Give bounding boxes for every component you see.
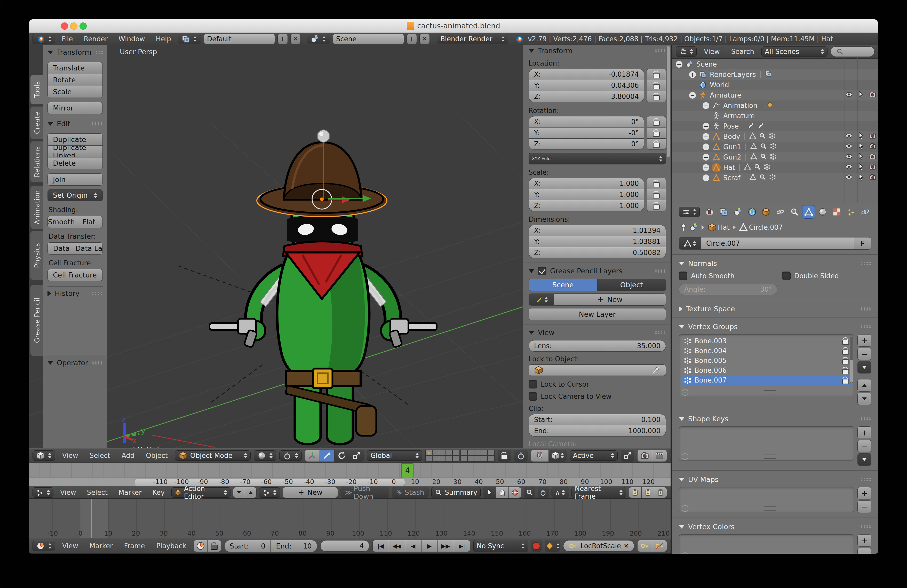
lock-rotation-x-button[interactable]: [647, 116, 666, 128]
mirror-button[interactable]: Mirror: [48, 102, 103, 114]
tab-render[interactable]: [703, 205, 716, 219]
vcol-remove-button[interactable]: −: [857, 548, 872, 554]
jump-to-start-button[interactable]: |◀: [372, 540, 389, 552]
outliner-row[interactable]: +Pose: [672, 121, 878, 131]
outliner-row[interactable]: +Hat: [672, 162, 878, 173]
outliner-menu-view[interactable]: View: [700, 48, 724, 56]
panel-grip-icon[interactable]: [91, 361, 103, 365]
zoom-window-button[interactable]: [80, 22, 87, 30]
tool-tab-physics[interactable]: Physics: [30, 231, 43, 280]
lock-scale-x-button[interactable]: [647, 178, 666, 189]
outliner-item-label[interactable]: Armature: [710, 91, 741, 99]
operator-panel-header[interactable]: Operator: [48, 359, 103, 367]
gp-scene-tab[interactable]: Scene: [529, 279, 598, 291]
insert-keyframe-button[interactable]: [637, 540, 652, 552]
shapekey-specials-menu[interactable]: [857, 453, 872, 466]
datablock-name-field[interactable]: Circle.007: [701, 237, 854, 250]
outliner-row[interactable]: +RenderLayers: [672, 69, 878, 80]
outliner-filter-select[interactable]: All Scenes: [761, 46, 827, 57]
outliner-row[interactable]: Armature: [672, 111, 878, 121]
vgroup-add-button[interactable]: +: [857, 334, 872, 347]
panel-grip-icon[interactable]: [95, 51, 103, 54]
frame-start-field[interactable]: Start:0: [224, 540, 271, 552]
close-window-button[interactable]: [61, 22, 68, 30]
panel-vertex-groups-header[interactable]: Vertex Groups: [679, 323, 872, 331]
clip-start-field[interactable]: Start:0.100: [529, 414, 666, 425]
pivot-point-select[interactable]: [279, 450, 302, 461]
panel-grip-icon[interactable]: [860, 325, 872, 328]
record-button[interactable]: [531, 540, 542, 552]
data-transfer-data-button[interactable]: Data: [48, 242, 75, 255]
vgroup-specials-menu[interactable]: [857, 361, 872, 373]
vertex-group-item[interactable]: Bone.006: [681, 365, 853, 375]
view3d-menu-add[interactable]: Add: [117, 452, 139, 460]
panel-normals-header[interactable]: Normals: [679, 260, 872, 268]
menu-render[interactable]: Render: [80, 35, 112, 43]
expand-icon[interactable]: +: [703, 144, 709, 150]
manipulator-axis-toggle[interactable]: [305, 450, 320, 462]
action-menu-select[interactable]: Select: [83, 489, 112, 497]
editor-type-3d-button[interactable]: [32, 450, 55, 461]
editor-type-timeline-button[interactable]: [32, 541, 55, 551]
filter-expand-icon[interactable]: +: [682, 553, 688, 554]
duplicate-linked-button[interactable]: Duplicate Linked: [48, 146, 103, 157]
active-keying-set-field[interactable]: LocRotScale✕: [563, 540, 634, 551]
fake-user-button[interactable]: F: [854, 237, 872, 250]
auto-smooth-row[interactable]: Auto Smooth: [679, 272, 782, 280]
delete-scene-button[interactable]: ✕: [420, 34, 430, 44]
gp-new-layer-button[interactable]: New Layer: [529, 308, 666, 320]
breadcrumb-object[interactable]: Hat: [718, 224, 730, 231]
play-button[interactable]: ▶: [421, 540, 438, 552]
action-menu-view[interactable]: View: [56, 489, 80, 497]
lock-scale-z-button[interactable]: [647, 200, 666, 211]
frame-end-field[interactable]: End:10: [271, 540, 317, 552]
renderability-camera-icon[interactable]: [869, 142, 877, 152]
dope-mode-select[interactable]: Action Editor: [171, 487, 231, 498]
delete-button[interactable]: Delete: [48, 157, 103, 169]
lock-rotation-y-button[interactable]: [647, 128, 666, 139]
visibility-eye-icon[interactable]: [845, 91, 853, 100]
tab-object[interactable]: [760, 205, 772, 219]
outliner-row[interactable]: World: [672, 80, 878, 90]
view3d-menu-select[interactable]: Select: [85, 452, 114, 460]
tool-tab-grease-pencil[interactable]: Grease Pencil: [30, 285, 43, 356]
dimensions-x-field[interactable]: X:1.01394: [529, 225, 666, 236]
copy-keyframes-icon[interactable]: [629, 487, 642, 498]
opengl-render-image-button[interactable]: [637, 450, 652, 462]
renderability-camera-icon[interactable]: [869, 163, 877, 172]
lock-icon[interactable]: [842, 337, 849, 345]
collapse-icon[interactable]: −: [676, 61, 683, 67]
set-origin-dropdown[interactable]: Set Origin: [48, 189, 103, 201]
shade-smooth-button[interactable]: Smooth: [48, 216, 75, 228]
snap-element-select[interactable]: [549, 450, 567, 462]
tab-world[interactable]: [746, 205, 758, 219]
list-resize-handle[interactable]: [764, 390, 776, 394]
rotate-button[interactable]: Rotate: [48, 74, 103, 86]
rotation-mode-select[interactable]: XYZ Euler: [529, 153, 666, 164]
vgroup-remove-button[interactable]: −: [857, 348, 872, 360]
ghost-frames-icon[interactable]: [496, 487, 509, 498]
vertex-group-item[interactable]: Bone.005: [681, 356, 853, 365]
tab-modifiers[interactable]: [788, 205, 801, 219]
panel-view-header[interactable]: View: [529, 328, 666, 336]
tool-tab-relations[interactable]: Relations: [30, 141, 43, 183]
editor-type-properties-button[interactable]: [679, 207, 700, 217]
scale-z-field[interactable]: Z:1.000: [529, 200, 644, 211]
play-reverse-button[interactable]: ◀: [405, 540, 421, 552]
outliner-row[interactable]: −Armature: [672, 90, 878, 100]
proportional-edit-toggle[interactable]: [514, 450, 527, 462]
action-menu-key[interactable]: Key: [148, 489, 169, 497]
scale-x-field[interactable]: X:1.000: [529, 178, 644, 189]
tool-tab-animation[interactable]: Animation: [30, 186, 43, 229]
paste-keyframes-icon[interactable]: [642, 487, 654, 498]
panel-grip-icon[interactable]: [860, 478, 872, 481]
minimize-window-button[interactable]: [70, 22, 77, 30]
current-frame-field[interactable]: 4: [320, 540, 369, 551]
lock-time-toggle[interactable]: [208, 540, 221, 552]
opengl-render-anim-button[interactable]: [652, 450, 667, 462]
timeline-canvas[interactable]: -100102030405060708090100110120130140150…: [29, 499, 671, 538]
manipulator-scale-toggle[interactable]: [349, 450, 364, 462]
jump-to-end-button[interactable]: ▶|: [454, 540, 470, 552]
vertex-group-item-active[interactable]: Bone.007: [681, 375, 853, 385]
interpolation-icon[interactable]: ∧: [551, 487, 569, 498]
